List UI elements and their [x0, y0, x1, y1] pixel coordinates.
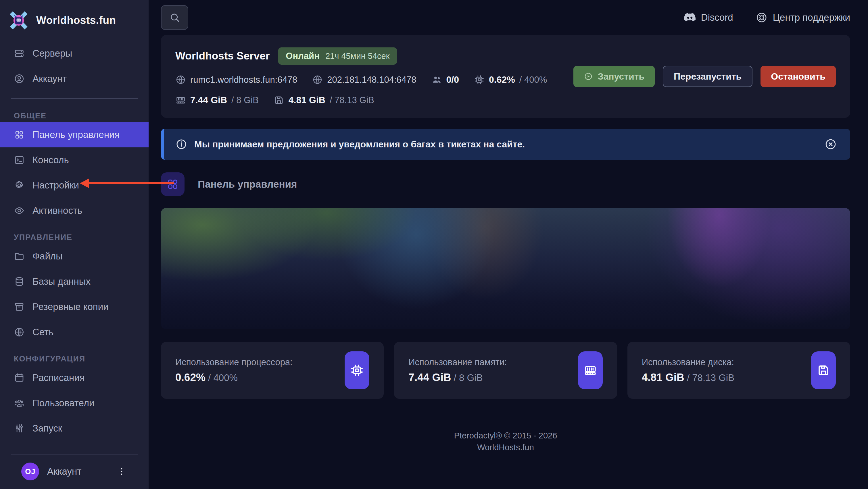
sidebar-item-label: Аккаунт [32, 73, 67, 84]
servers-icon [14, 48, 25, 59]
memory-stat-icon-box [578, 351, 603, 389]
server-detail-row-2: 7.44 GiB / 8 GiB 4.81 GiB / 78.13 GiB [175, 95, 547, 105]
dashboard-title-icon [161, 172, 185, 196]
sidebar-item-label: Запуск [32, 423, 62, 434]
sidebar-item-backups[interactable]: Резервные копии [0, 294, 149, 320]
info-banner: Мы принимаем предложения и уведомления о… [161, 129, 850, 160]
sidebar-section-label: КОНФИГУРАЦИЯ [14, 355, 149, 363]
cpu-icon [474, 74, 485, 85]
sidebar-item-servers[interactable]: Серверы [0, 41, 149, 66]
schedules-icon [14, 372, 25, 383]
server-name: Worldhosts Server [175, 50, 270, 62]
cpu-icon [350, 363, 364, 377]
sidebar-item-activity[interactable]: Активность [0, 198, 149, 223]
stat-label: Использование диска: [642, 357, 734, 367]
sidebar-item-label: Панель управления [32, 129, 120, 140]
banner-close-icon[interactable] [824, 138, 837, 151]
sidebar-item-label: Активность [32, 205, 82, 216]
sidebar-item-label: Файлы [32, 251, 63, 262]
stats-row: Использование процессора: 0.62% / 400% И… [161, 342, 850, 399]
disk-icon [816, 363, 830, 377]
brand-logo-icon [9, 11, 29, 30]
support-icon [755, 11, 768, 24]
server-players: 0/0 [431, 74, 459, 85]
network-icon [14, 327, 25, 337]
search-button[interactable] [161, 5, 188, 30]
footer: Pterodactyl® © 2015 - 2026 WorldHosts.fu… [161, 430, 850, 453]
players-icon [431, 74, 442, 85]
search-icon [169, 12, 181, 23]
sidebar-item-label: Резервные копии [32, 301, 108, 312]
console-icon [14, 155, 25, 165]
sidebar-item-label: Расписания [32, 372, 85, 383]
sidebar-section-label: ОБЩЕЕ [14, 111, 149, 120]
stat-label: Использование памяти: [408, 357, 507, 367]
sidebar-divider [11, 98, 138, 99]
sidebar-item-settings[interactable]: Настройки [0, 173, 149, 198]
sidebar-section-label: УПРАВЛЕНИЕ [14, 233, 149, 242]
disk-stat-card: Использование диска: 4.81 GiB / 78.13 Gi… [627, 342, 850, 399]
restart-button[interactable]: Перезапустить [663, 66, 752, 87]
discord-link[interactable]: Discord [684, 11, 733, 24]
server-disk: 4.81 GiB / 78.13 GiB [274, 95, 374, 105]
topbar: Discord Центр поддержки [161, 0, 850, 35]
page-title: Панель управления [198, 178, 297, 190]
page-title-row: Панель управления [161, 172, 850, 196]
footer-line2: WorldHosts.fun [161, 442, 850, 453]
sidebar-account-row[interactable]: OJ Аккаунт [11, 455, 138, 489]
cpu-stat-icon-box [345, 351, 369, 389]
sidebar-item-dashboard[interactable]: Панель управления [0, 122, 149, 148]
footer-line1: Pterodactyl® © 2015 - 2026 [161, 430, 850, 442]
support-link[interactable]: Центр поддержки [755, 11, 850, 24]
globe-icon [175, 74, 186, 85]
main-content: Discord Центр поддержки Worldhosts Serve… [149, 0, 868, 489]
play-icon [584, 72, 593, 81]
sidebar-item-label: Серверы [32, 48, 72, 59]
sidebar-item-label: Пользователи [32, 398, 94, 409]
files-icon [14, 251, 25, 262]
account-icon [14, 73, 25, 84]
server-card: Worldhosts Server Онлайн 21ч 45мин 54сек… [161, 35, 850, 118]
info-icon [175, 138, 187, 150]
server-detail-row-1: rumc1.worldhosts.fun:6478 202.181.148.10… [175, 74, 547, 85]
kebab-menu-icon[interactable] [116, 466, 127, 477]
server-actions: Запустить Перезапустить Остановить [574, 66, 836, 87]
server-ram: 7.44 GiB / 8 GiB [175, 95, 259, 105]
settings-icon [14, 180, 25, 191]
sidebar-item-label: Настройки [32, 180, 79, 191]
brand-name: Worldhosts.fun [36, 14, 116, 26]
status-badge: Онлайн 21ч 45мин 54сек [278, 47, 397, 65]
disk-icon [274, 95, 284, 105]
memory-stat-card: Использование памяти: 7.44 GiB / 8 GiB [394, 342, 617, 399]
memory-icon [584, 363, 597, 377]
brand[interactable]: Worldhosts.fun [0, 0, 149, 36]
sidebar-item-databases[interactable]: Базы данных [0, 269, 149, 294]
server-cpu: 0.62% / 400% [474, 74, 547, 85]
stat-value: 7.44 GiB [408, 371, 451, 383]
discord-icon [684, 11, 696, 24]
account-label: Аккаунт [47, 466, 81, 477]
server-info: Worldhosts Server Онлайн 21ч 45мин 54сек… [175, 47, 547, 105]
sidebar-item-users[interactable]: Пользователи [0, 390, 149, 416]
sidebar-item-schedules[interactable]: Расписания [0, 365, 149, 390]
backups-icon [14, 301, 25, 312]
sidebar-item-console[interactable]: Консоль [0, 148, 149, 173]
stat-value: 4.81 GiB [642, 371, 684, 383]
users-icon [14, 398, 25, 409]
server-status: Онлайн [286, 51, 320, 61]
databases-icon [14, 276, 25, 287]
sidebar-item-files[interactable]: Файлы [0, 243, 149, 269]
sidebar-item-network[interactable]: Сеть [0, 320, 149, 345]
sidebar: Worldhosts.fun СерверыАккаунт ОБЩЕЕПанел… [0, 0, 149, 489]
dashboard-icon [14, 129, 25, 140]
memory-icon [175, 95, 186, 105]
startup-icon [14, 423, 25, 434]
start-button[interactable]: Запустить [574, 66, 655, 87]
server-domain: rumc1.worldhosts.fun:6478 [175, 74, 297, 85]
sidebar-item-startup[interactable]: Запуск [0, 416, 149, 441]
cpu-stat-card: Использование процессора: 0.62% / 400% [161, 342, 384, 399]
stat-label: Использование процессора: [175, 357, 292, 367]
sidebar-item-account[interactable]: Аккаунт [0, 66, 149, 91]
server-ip: 202.181.148.104:6478 [312, 74, 416, 85]
stop-button[interactable]: Остановить [761, 66, 836, 87]
